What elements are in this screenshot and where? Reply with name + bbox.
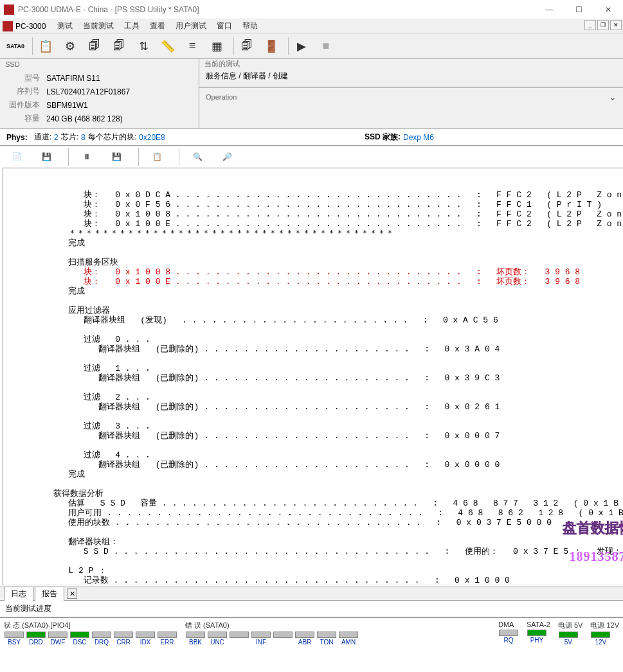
tool-grid-icon[interactable]: ▦ (206, 36, 227, 57)
chips-value[interactable]: 8 (81, 133, 86, 142)
log-line: 使用的块数 . . . . . . . . . . . . . . . . . … (3, 518, 623, 527)
menubar-title: PC-3000 (15, 22, 46, 31)
led-err: ERR (157, 632, 177, 646)
log-line: 块： 0 x 0 D C A . . . . . . . . . . . . .… (3, 190, 623, 200)
log-line: 扫描服务区块 (3, 258, 623, 267)
tool-transfer-icon[interactable]: ⇅ (133, 36, 154, 57)
log-pause-icon[interactable]: ⏸ (77, 146, 97, 167)
log-pane[interactable]: 块： 0 x 0 D C A . . . . . . . . . . . . .… (3, 168, 623, 585)
log-copy-icon[interactable]: 📋 (147, 146, 167, 167)
menu-item[interactable]: 查看 (145, 20, 170, 31)
ssd-panel: SSD 型号SATAFIRM S11 序列号LSL7024017A12F0186… (0, 59, 199, 128)
tool-stack-icon[interactable]: 🗐 (237, 36, 257, 57)
log-line (3, 441, 623, 450)
status-group-state: 状 态 (SATA0)-[PIO4] BSYDRDDWFDSCDRQCRRIDX… (4, 621, 177, 646)
tool-copies-icon[interactable]: 🗐 (109, 36, 129, 57)
log-line: 翻译器块组 (已删除的) . . . . . . . . . . . . . .… (3, 373, 623, 383)
status-group-5v: 电源 5V 5V (558, 621, 583, 646)
ssd-family-value[interactable]: Dexp M6 (403, 133, 434, 142)
log-line: S S D . . . . . . . . . . . . . . . . . … (3, 547, 623, 556)
log-line (3, 354, 623, 364)
current-test-legend: 当前的测试 (204, 59, 240, 69)
log-line: 完成 (3, 470, 623, 479)
tool-gear-icon[interactable]: ⚙ (60, 36, 80, 57)
model-label: 型号 (6, 72, 42, 84)
close-button[interactable]: ✕ (593, 0, 623, 19)
log-line: 翻译器块组 (已删除的) . . . . . . . . . . . . . .… (3, 344, 623, 354)
tool-info-icon[interactable]: 📋 (35, 36, 56, 57)
tab-report[interactable]: 报告 (35, 587, 64, 601)
serial-label: 序列号 (6, 85, 42, 98)
minimize-button[interactable]: — (534, 0, 564, 19)
maximize-button[interactable]: ☐ (564, 0, 593, 19)
menu-item[interactable]: 测试 (52, 20, 78, 31)
stop-button[interactable]: ■ (316, 36, 336, 57)
log-line (3, 412, 623, 421)
log-new-icon[interactable]: 📄 (6, 146, 27, 167)
led-rq: RQ (498, 630, 519, 644)
channels-value[interactable]: 2 (54, 133, 59, 142)
window-title: PC-3000 UDMA-E - China - [PS SSD Utility… (18, 5, 534, 14)
log-line: 应用过滤器 (3, 306, 623, 315)
ssd-legend: SSD (5, 60, 20, 68)
log-line (3, 296, 623, 306)
chevron-down-icon[interactable]: ⌄ (609, 92, 617, 102)
log-line: 过滤 1 . . . (3, 364, 623, 373)
tool-ruler-icon[interactable]: 📏 (158, 36, 178, 57)
log-findnext-icon[interactable]: 🔎 (217, 146, 237, 167)
log-line: 完成 (3, 287, 623, 296)
log-line (3, 556, 623, 566)
led-12v: 12V (590, 632, 611, 646)
main-toolbar: SATA0 📋 ⚙ 🗐 🗐 ⇅ 📏 ≡ ▦ 🗐 🚪 ▶ ■ (0, 33, 623, 59)
led-ton: TON (316, 632, 337, 646)
fw-value: SBFM91W1 (44, 99, 132, 111)
log-line: 块： 0 x 1 0 0 E . . . . . . . . . . . . .… (3, 219, 623, 229)
tool-pages-icon[interactable]: 🗐 (84, 36, 105, 57)
log-save-icon[interactable]: 💾 (36, 146, 57, 167)
led-amn: AMN (338, 632, 359, 646)
mdi-minimize[interactable]: _ (584, 20, 596, 30)
log-find-icon[interactable]: 🔍 (187, 146, 208, 167)
mdi-restore[interactable]: ❐ (597, 20, 609, 30)
menu-item[interactable]: 当前测试 (78, 20, 119, 31)
log-line (3, 325, 623, 335)
menu-item[interactable]: 窗口 (212, 20, 237, 31)
led-idx: IDX (135, 632, 156, 646)
tool-exit-icon[interactable]: 🚪 (261, 36, 282, 57)
fw-label: 固件版本 (6, 99, 42, 111)
log-line (3, 248, 623, 258)
log-savecfg-icon[interactable]: 💾 (106, 146, 127, 167)
log-line: 过滤 3 . . . (3, 421, 623, 431)
led-crr: CRR (113, 632, 134, 646)
menu-item[interactable]: 工具 (119, 20, 145, 31)
main-area: 📄 💾 ⏸ 💾 📋 🔍 🔎 块： 0 x 0 D C A . . . . . .… (0, 146, 623, 587)
tool-lines-icon[interactable]: ≡ (182, 36, 203, 57)
log-line: 翻译器块组 (已删除的) . . . . . . . . . . . . . .… (3, 402, 623, 412)
info-row: SSD 型号SATAFIRM S11 序列号LSL7024017A12F0186… (0, 59, 623, 129)
breadcrumb: 服务信息 / 翻译器 / 创建 (206, 69, 617, 83)
app-icon (4, 4, 14, 15)
led-drd: DRD (26, 632, 46, 646)
log-line: 块： 0 x 1 0 0 E . . . . . . . . . . . . .… (3, 277, 623, 287)
menu-item[interactable]: 帮助 (237, 20, 263, 31)
blocks-per-chip-value[interactable]: 0x20E8 (139, 133, 165, 142)
led-inf: INF (251, 632, 271, 646)
mdi-close[interactable]: ✕ (610, 20, 622, 30)
progress-label: 当前测试进度 (0, 601, 623, 617)
log-line: 用户可用 . . . . . . . . . . . . . . . . . .… (3, 508, 623, 518)
play-button[interactable]: ▶ (291, 36, 312, 57)
current-test-panel: 当前的测试 服务信息 / 翻译器 / 创建 (199, 59, 623, 87)
log-line (3, 383, 623, 393)
log-line: 块： 0 x 1 0 0 8 . . . . . . . . . . . . .… (3, 267, 623, 277)
port-sata0-button[interactable]: SATA0 (5, 36, 26, 57)
tab-log[interactable]: 日志 (4, 587, 33, 601)
log-line: 块： 0 x 0 F 5 6 . . . . . . . . . . . . .… (3, 200, 623, 209)
menu-item[interactable]: 用户测试 (170, 20, 212, 31)
log-line: 过滤 0 . . . (3, 335, 623, 344)
operation-label: Operation (206, 93, 237, 101)
log-line: 翻译器块组 (已删除的) . . . . . . . . . . . . . .… (3, 431, 623, 441)
tab-close-button[interactable]: ✕ (67, 588, 77, 599)
log-line: 完成 (3, 238, 623, 248)
log-line: 获得数据分析 (3, 489, 623, 499)
phys-bar: Phys: 通道: 2 芯片: 8 每个芯片的块: 0x20E8 SSD 家族:… (0, 129, 623, 146)
